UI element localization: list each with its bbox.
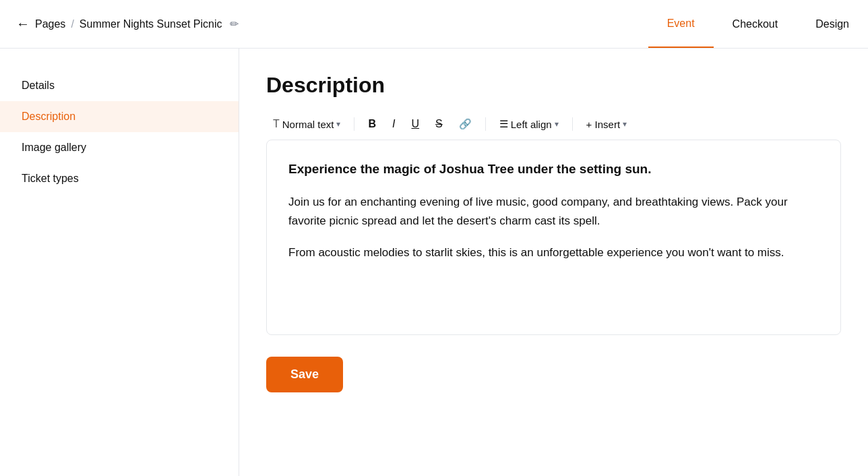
editor-toolbar: T Normal text ▾ B I U S 🔗 ☰ Left align ▾… [266,114,841,134]
breadcrumb-separator: / [71,18,73,30]
save-button[interactable]: Save [266,357,343,392]
top-nav: ← Pages / Summer Nights Sunset Picnic ✏ … [0,0,868,49]
page-title: Description [266,73,841,98]
content-area: Description T Normal text ▾ B I U S 🔗 ☰ … [239,49,868,476]
breadcrumb: ← Pages / Summer Nights Sunset Picnic ✏ [16,16,239,32]
italic-button[interactable]: I [385,114,402,134]
tab-design[interactable]: Design [797,0,868,48]
chevron-down-icon-insert: ▾ [623,119,627,129]
tab-event[interactable]: Event [648,0,714,48]
nav-tabs: Event Checkout Design [648,0,868,48]
pages-link[interactable]: Pages [35,18,65,30]
sidebar-item-image-gallery[interactable]: Image gallery [0,132,239,163]
insert-button[interactable]: + Insert ▾ [580,115,633,134]
sidebar-item-details[interactable]: Details [0,70,239,101]
chevron-down-icon: ▾ [336,119,340,129]
editor-paragraph-3: From acoustic melodies to starlit skies,… [288,243,819,262]
toolbar-separator-2 [485,117,486,131]
text-format-icon: T [273,118,280,130]
bold-button[interactable]: B [361,114,383,134]
normal-text-label: Normal text [282,119,334,130]
align-label: Left align [511,119,552,130]
sidebar: Details Description Image gallery Ticket… [0,49,239,476]
edit-icon[interactable]: ✏ [230,18,239,30]
text-format-button[interactable]: T Normal text ▾ [266,114,347,134]
toolbar-separator-1 [354,117,354,131]
align-button[interactable]: ☰ Left align ▾ [493,114,565,134]
tab-checkout[interactable]: Checkout [714,0,797,48]
insert-label: + Insert [586,119,620,130]
editor-paragraph-1: Experience the magic of Joshua Tree unde… [288,159,819,179]
page-name: Summer Nights Sunset Picnic [80,18,222,30]
strikethrough-button[interactable]: S [429,114,450,134]
back-arrow-icon[interactable]: ← [16,16,30,32]
editor-paragraph-2: Join us for an enchanting evening of liv… [288,193,819,229]
editor-area[interactable]: Experience the magic of Joshua Tree unde… [266,140,841,335]
underline-button[interactable]: U [404,114,426,134]
link-button[interactable]: 🔗 [452,114,478,134]
align-icon: ☰ [499,118,508,130]
main-layout: Details Description Image gallery Ticket… [0,49,868,476]
toolbar-separator-3 [572,117,573,131]
sidebar-item-description[interactable]: Description [0,101,239,132]
chevron-down-icon-align: ▾ [555,119,559,129]
sidebar-item-ticket-types[interactable]: Ticket types [0,163,239,194]
